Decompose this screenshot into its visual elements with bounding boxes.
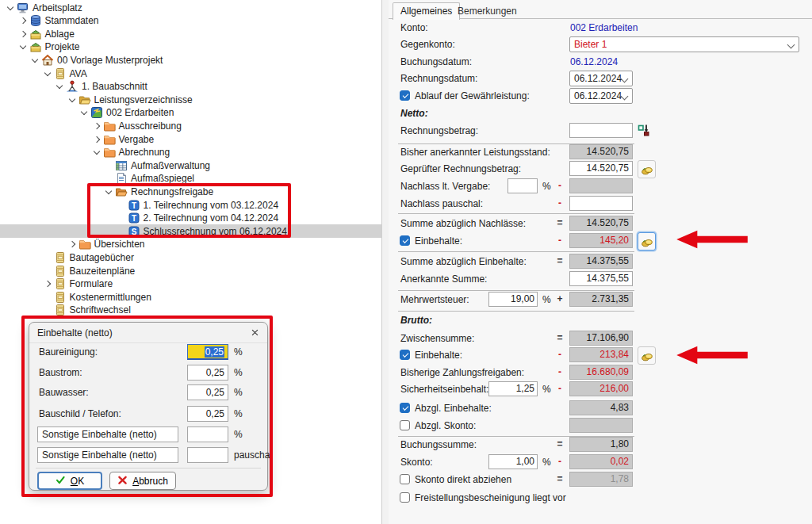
tree-expander[interactable] bbox=[91, 147, 102, 158]
coins-button-einbehalte_netto[interactable] bbox=[638, 232, 656, 251]
dialog-unit-2: % bbox=[234, 367, 243, 378]
tree-item-6[interactable]: AVA bbox=[0, 67, 421, 80]
dialog-value-input-5[interactable] bbox=[187, 426, 228, 442]
form-row-buchungssumme: Buchungssumme:=1,80 bbox=[389, 437, 812, 453]
tree-item-21[interactable]: Bauzeitenpläne bbox=[0, 264, 421, 277]
combo-gegenkonto[interactable]: Bieter 1 bbox=[569, 36, 799, 52]
tree-expander[interactable] bbox=[29, 55, 40, 66]
checkbox-skonto_direkt[interactable] bbox=[400, 474, 410, 484]
label-einbehalte_netto: Einbehalte: bbox=[415, 235, 462, 247]
tree-item-8[interactable]: Leistungsverzeichnisse bbox=[0, 93, 446, 106]
tree-item-3[interactable]: Ablage bbox=[0, 27, 396, 40]
tree-item-4[interactable]: Projekte bbox=[0, 40, 396, 54]
ok-button[interactable]: OK bbox=[37, 472, 102, 490]
checkbox-freistellung[interactable] bbox=[400, 492, 410, 503]
form-row-mehrwertsteuer: Mehrwertsteuer:19,00%+2.731,35 bbox=[389, 292, 812, 308]
dialog-name-input-6[interactable]: Sonstige Einbehalte (netto) bbox=[37, 447, 178, 463]
operator-zahlungsfreigaben: - bbox=[554, 366, 565, 377]
operator-einbehalte_brutto: - bbox=[554, 349, 565, 360]
checkbox-einbehalte_brutto[interactable] bbox=[400, 350, 410, 360]
tree-item-20[interactable]: Bautagebücher bbox=[0, 251, 421, 264]
dialog-name-input-5[interactable]: Sonstige Einbehalte (netto) bbox=[37, 426, 178, 442]
section-label-netto_header: Netto: bbox=[400, 108, 428, 119]
tree-item-1[interactable]: Arbeitsplatz bbox=[0, 1, 384, 14]
tree-expander[interactable] bbox=[42, 278, 53, 289]
tree-item-label: 2. Teilrechnung vom 04.12.2024 bbox=[144, 212, 279, 224]
label-gegenkonto: Gegenkonto: bbox=[400, 39, 455, 50]
form-row-zwischensumme: Zwischensumme:=17.106,90 bbox=[389, 331, 812, 346]
checkbox-ablauf[interactable] bbox=[400, 90, 410, 101]
combo-ablauf[interactable]: 06.12.2024 bbox=[569, 88, 633, 104]
tree-expander[interactable] bbox=[91, 134, 102, 145]
field-nachlass_pauschal[interactable] bbox=[569, 196, 633, 211]
tree-item-22[interactable]: Formulare bbox=[0, 277, 421, 291]
field-einbehalte_netto: 145,20 bbox=[569, 233, 633, 248]
folder-open-orange-icon bbox=[115, 186, 128, 198]
label-freistellung: Freistellungsbescheinigung liegt vor bbox=[415, 492, 566, 503]
tree-item-5[interactable]: 00 Vorlage Musterprojekt bbox=[0, 53, 408, 67]
dialog-label-3: Bauwasser: bbox=[39, 387, 89, 398]
tree-item-label: Aufmaßverwaltung bbox=[131, 160, 210, 171]
percent-sign: % bbox=[542, 294, 551, 305]
form-row-netto_header: Netto: bbox=[389, 105, 812, 121]
field-anerkannte[interactable]: 14.375,55 bbox=[569, 271, 633, 286]
tree-item-2[interactable]: Stammdaten bbox=[0, 14, 396, 28]
combo-value-ablauf: 06.12.2024 bbox=[574, 90, 622, 101]
checkbox-einbehalte_netto[interactable] bbox=[400, 235, 410, 246]
dialog-value-input-4[interactable]: 0,25 bbox=[187, 406, 228, 422]
tree-item-19[interactable]: Übersichten bbox=[0, 238, 446, 251]
percent-input-nachlass_vergabe[interactable] bbox=[508, 178, 538, 193]
field-rechnungsbetrag[interactable] bbox=[569, 123, 633, 138]
badge-s-icon: S bbox=[128, 225, 140, 238]
tree-expander[interactable] bbox=[67, 94, 78, 105]
form-separator bbox=[398, 251, 634, 252]
label-abzgl_skonto: Abzgl. Skonto: bbox=[415, 420, 476, 431]
tree-expander[interactable] bbox=[67, 239, 78, 250]
tree-expander[interactable] bbox=[42, 68, 53, 79]
tree-item-label: 1. Bauabschnitt bbox=[82, 81, 147, 92]
tree-expander[interactable] bbox=[103, 186, 114, 197]
percent-sign: % bbox=[542, 384, 551, 395]
checkbox-abzgl_einbehalte[interactable] bbox=[400, 403, 410, 413]
binder-icon bbox=[54, 265, 67, 277]
dialog-titlebar[interactable]: Einbehalte (netto) bbox=[29, 323, 267, 343]
coins-button-einbehalte_brutto[interactable] bbox=[638, 346, 656, 365]
tree-expander[interactable] bbox=[91, 120, 102, 132]
form-row-nachlass_vergabe: Nachlass lt. Vergabe:%- bbox=[389, 178, 812, 194]
checkbox-abzgl_skonto[interactable] bbox=[400, 420, 410, 430]
tree-expander[interactable] bbox=[54, 81, 65, 92]
tree-expander[interactable] bbox=[5, 2, 16, 13]
svg-text:S: S bbox=[131, 228, 136, 236]
label-mehrwertsteuer: Mehrwertsteuer: bbox=[400, 294, 469, 305]
tree-item-7[interactable]: 1. Bauabschnitt bbox=[0, 80, 433, 94]
chevron-down-icon bbox=[19, 43, 25, 49]
dialog-value-input-6[interactable] bbox=[187, 447, 228, 463]
label-summe_einbehalte: Summe abzüglich Einbehalte: bbox=[400, 256, 527, 267]
percent-input-skonto[interactable]: 1,00 bbox=[488, 454, 538, 469]
combo-rechnungsdatum[interactable]: 06.12.2024 bbox=[569, 71, 633, 86]
tab-bemerkungen[interactable]: Bemerkungen bbox=[450, 3, 524, 20]
chevron-right-icon bbox=[19, 17, 25, 24]
transfer-icon[interactable] bbox=[638, 124, 650, 136]
tree-item-23[interactable]: Kostenermittlungen bbox=[0, 290, 421, 304]
tree-expander[interactable] bbox=[79, 107, 90, 118]
percent-sign: % bbox=[542, 181, 551, 192]
close-icon[interactable] bbox=[251, 328, 259, 337]
dialog-value-input-3[interactable]: 0,25 bbox=[187, 384, 228, 400]
percent-input-mehrwertsteuer[interactable]: 19,00 bbox=[488, 292, 538, 307]
form-separator bbox=[398, 290, 634, 291]
cancel-button-label: Abbruch bbox=[132, 476, 168, 487]
coins-button-geprueft[interactable] bbox=[638, 160, 656, 178]
form-row-freistellung: Freistellungsbescheinigung liegt vor bbox=[389, 490, 812, 506]
dialog-value-input-2[interactable]: 0,25 bbox=[187, 365, 228, 381]
tree-expander[interactable] bbox=[17, 15, 29, 26]
dialog-value-input-1[interactable]: 0,25 bbox=[187, 344, 228, 360]
chevron-down-icon bbox=[56, 82, 63, 89]
tree-expander[interactable] bbox=[17, 41, 29, 52]
tree-expander[interactable] bbox=[17, 29, 29, 40]
tree-item-24[interactable]: Schriftwechsel bbox=[0, 304, 421, 317]
dialog-row-1: Baureinigung:0,25% bbox=[29, 344, 267, 360]
percent-input-sicherheit[interactable]: 1,25 bbox=[488, 381, 538, 396]
cancel-button[interactable]: Abbruch bbox=[109, 472, 176, 490]
field-geprueft[interactable]: 14.520,75 bbox=[569, 161, 633, 176]
